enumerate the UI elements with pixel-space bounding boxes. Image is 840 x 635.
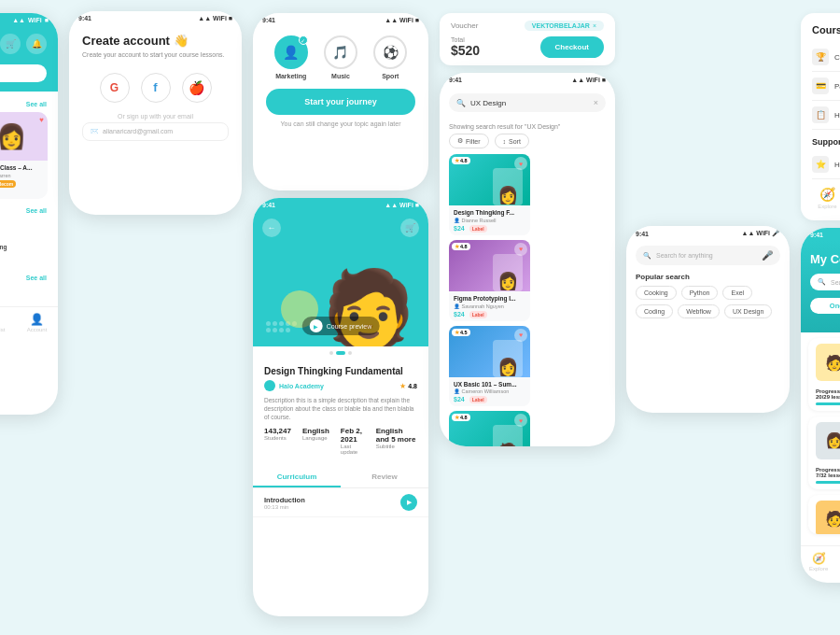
history-label: History <box>834 111 840 120</box>
language-val: English <box>302 427 329 435</box>
status-bar-search: 9:41 ▲▲ WiFi ■ <box>440 73 615 86</box>
tag-python[interactable]: Python <box>681 286 719 300</box>
result-card-1[interactable]: ★4.8 ♥ 👩 Figma Prototyping I... 👤 Savann… <box>449 240 530 321</box>
checkout-button[interactable]: Checkout <box>540 36 604 58</box>
notif-icon-btn[interactable]: 🔔 <box>26 34 47 54</box>
mycourse-card-0[interactable]: 🧑 Design Thingking Fundamental 👤 Dianne … <box>808 338 840 411</box>
help-item[interactable]: ⭐ Help › <box>812 150 840 179</box>
mycourse-search[interactable]: 🔍 Search for anything <box>810 274 840 290</box>
tab-ongoing[interactable]: Ongoing <box>810 298 840 314</box>
phone-topic: 9:41 ▲▲ WiFi ■ 👤 ✓ Marketing 🎵 Music ⚽ <box>253 13 428 190</box>
tag-cooking[interactable]: Cooking <box>636 286 677 300</box>
apple-btn[interactable]: 🍎 <box>182 73 212 103</box>
tab-curriculum[interactable]: Curriculum <box>253 468 341 487</box>
search-bar-popular[interactable]: 🔍 Search for anything 🎤 <box>636 246 780 265</box>
back-button[interactable]: ← <box>262 219 281 237</box>
help-icon: ⭐ <box>812 156 829 173</box>
certificate-label: Certificate <box>834 53 840 62</box>
tag-webflow[interactable]: Webflow <box>678 304 720 318</box>
email-icon: ✉️ <box>91 128 99 135</box>
cart-button[interactable]: 🛒 <box>400 219 419 237</box>
see-all-topics[interactable]: See all <box>26 275 47 281</box>
home-header: Hi, Dimas 👋 Let's start learning! 🛒 🔔 🔍 … <box>0 26 58 92</box>
search-bar[interactable]: 🔍 Search for anything <box>0 64 47 82</box>
category-marketing[interactable]: 📢Marketing <box>0 244 33 251</box>
popular-tags: Cooking Python Exel Coding Webflow UX De… <box>636 286 780 318</box>
topic-sport[interactable]: ⚽ Sport <box>373 35 407 79</box>
phone-course-detail: 9:41 ▲▲ WiFi ■ ← 🛒 🧑 <box>253 198 428 616</box>
rating-row: ★ 4.8 <box>399 382 417 390</box>
facebook-btn[interactable]: f <box>141 73 171 103</box>
bottom-nav-home: 🧭 Explore 📚 My Course ♡ Wishlist 👤 Accou… <box>0 306 58 338</box>
voucher-label: Voucher <box>451 21 478 30</box>
curriculum-title: Introduction <box>264 496 305 504</box>
category-coding[interactable]: 💻Coding <box>0 221 33 229</box>
search-header: 🔍 UX Design × <box>440 86 615 120</box>
course-card-1[interactable]: 👩 ★4.8 ♥ Flutter Class – A... Wade Warre… <box>0 112 48 199</box>
result-card-0[interactable]: ★4.8 ♥ 👩 Design Thingking F... 👤 Dianne … <box>449 154 530 235</box>
filter-button[interactable]: ⚙ Filter <box>449 134 489 148</box>
students-label: Students <box>264 435 291 441</box>
history-item[interactable]: 📋 History › <box>812 101 840 130</box>
history-icon: 📋 <box>812 106 829 123</box>
course-preview-label[interactable]: ▶ Course preview <box>302 317 380 335</box>
certificate-item[interactable]: 🏆 Certificate › <box>812 43 840 72</box>
tag-coding[interactable]: Coding <box>636 304 673 318</box>
tab-review[interactable]: Review <box>341 468 428 487</box>
update-label: Last update <box>341 444 365 455</box>
payment-icon: 💳 <box>812 78 829 94</box>
payment-item[interactable]: 💳 Payment › <box>812 72 840 101</box>
mycourse-card-2[interactable]: 🧑 Design Thingking Fundamental 👤 Dianne … <box>808 495 840 534</box>
sort-button[interactable]: ↕ Sort <box>495 134 529 148</box>
see-all-popular[interactable]: See all <box>26 101 47 107</box>
subtitle-label: Subtitle <box>376 444 417 449</box>
search-icon-popular: 🔍 <box>643 252 651 260</box>
category-hi[interactable]: 📚Hi... <box>0 233 33 240</box>
result-grid: ★4.8 ♥ 👩 Design Thingking F... 👤 Dianne … <box>440 154 615 446</box>
search-close-icon[interactable]: × <box>594 98 598 107</box>
email-input[interactable]: ✉️ alianaricard@gmail.com <box>82 122 229 141</box>
detail-rating: 4.8 <box>408 383 417 389</box>
subtitle-val: English and 5 more <box>376 427 417 444</box>
mc-nav-explore[interactable]: 🧭 Explore <box>809 552 828 572</box>
nav-account[interactable]: 👤 Account <box>27 313 48 332</box>
topic-music[interactable]: 🎵 Music <box>324 35 357 79</box>
curriculum-item-intro[interactable]: Introduction 00:13 min ▶ <box>253 488 428 517</box>
result-card-3[interactable]: ★4.8 ♥ 🧑 UX Deliverable Explai... 👤 Jaco… <box>449 411 530 446</box>
mycourse-header: My Course 🔍 Search for anything Ongoing … <box>801 241 840 332</box>
search-bar-active[interactable]: 🔍 UX Design × <box>449 93 606 112</box>
topic-marketing[interactable]: 👤 ✓ Marketing <box>274 35 308 79</box>
mc-thumb-2: 🧑 <box>816 501 840 534</box>
panel-explore-label: Explore <box>818 204 836 209</box>
voucher-panel: Voucher VEKTORBELAJAR × Total $520 Check… <box>440 13 615 65</box>
mycourse-tabs: Ongoing Complete <box>810 298 840 314</box>
panel-explore-icon: 🧭 <box>819 187 835 202</box>
start-journey-button[interactable]: Start your journey <box>266 89 415 115</box>
detail-body: Design Thingking Fundamental Halo Academ… <box>253 360 428 460</box>
cart-icon-btn[interactable]: 🛒 <box>0 34 21 54</box>
mycourse-card-1[interactable]: 👩 Design Thingking Fundamental 👤 Dianne … <box>808 416 840 489</box>
see-all-categories[interactable]: See all <box>26 207 47 214</box>
mc-thumb-1: 👩 <box>816 422 840 459</box>
nav-account-label: Account <box>27 327 48 332</box>
language-label: Language <box>302 435 329 441</box>
course-detail-header: ← 🛒 🧑 ▶ Course preview <box>253 211 428 346</box>
play-btn[interactable]: ▶ <box>400 494 417 511</box>
mc-explore-icon: 🧭 <box>812 552 826 565</box>
voucher-code: VEKTORBELAJAR <box>532 22 590 29</box>
detail-title: Design Thingking Fundamental <box>264 365 417 377</box>
panel-nav-explore[interactable]: 🧭 Explore <box>818 187 836 209</box>
voucher-close-icon[interactable]: × <box>593 22 596 29</box>
tag-ux-design[interactable]: UX Design <box>724 304 772 318</box>
popular-section-header: Popular course See all <box>0 92 58 112</box>
voucher-code-badge[interactable]: VEKTORBELAJAR × <box>525 21 604 31</box>
google-btn[interactable]: G <box>100 73 130 103</box>
mycourse-body: 🧑 Design Thingking Fundamental 👤 Dianne … <box>801 332 840 545</box>
result-title-0: Design Thingking F... <box>454 209 525 217</box>
nav-wishlist[interactable]: ♡ Wishlist <box>0 313 5 332</box>
tag-excel[interactable]: Exel <box>722 286 752 300</box>
result-card-2[interactable]: ★4.5 ♥ 👩 UX Basic 101 – Sum... 👤 Cameron… <box>449 326 530 407</box>
nav-wishlist-label: Wishlist <box>0 327 5 332</box>
dot-3 <box>348 351 352 355</box>
mic-icon[interactable]: 🎤 <box>762 250 773 261</box>
